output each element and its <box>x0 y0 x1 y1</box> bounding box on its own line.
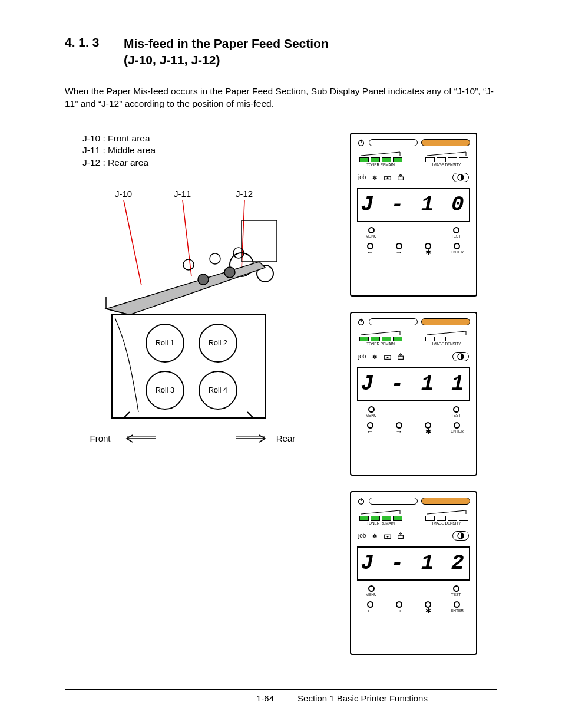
enter-button[interactable]: ENTER <box>447 243 468 255</box>
job-label: job <box>358 532 366 539</box>
contrast-button[interactable] <box>452 173 469 182</box>
intro-paragraph: When the Paper Mis-feed occurs in the Pa… <box>65 85 497 110</box>
svg-text:✽: ✽ <box>372 532 377 539</box>
svg-point-25 <box>387 177 389 179</box>
left-button[interactable]: ← <box>359 243 381 255</box>
roll-4: Roll 4 <box>199 371 237 409</box>
rear-label: Rear <box>276 433 296 443</box>
svg-rect-0 <box>242 220 277 262</box>
status-pill-on <box>421 318 470 325</box>
svg-rect-42 <box>398 535 404 538</box>
menu-button[interactable]: MENU <box>361 585 382 597</box>
svg-text:Roll 3: Roll 3 <box>156 386 174 394</box>
legend: J-10 : Front area J-11 : Middle area J-1… <box>82 133 312 169</box>
contrast-button[interactable] <box>452 352 469 361</box>
power-icon <box>357 139 365 147</box>
arrow-left-icon <box>127 435 156 442</box>
enter-button[interactable]: ENTER <box>447 422 468 434</box>
legend-j11: J-11 : Middle area <box>82 144 312 157</box>
status-pill-off <box>369 498 418 505</box>
toner-remain-indicator: TONER REMAIN <box>357 510 404 525</box>
legend-j10: J-10 : Front area <box>82 133 312 145</box>
star-button[interactable]: ✱ <box>418 601 439 613</box>
cassette-icon <box>384 173 392 182</box>
label-j11: J-11 <box>174 189 191 199</box>
svg-point-41 <box>387 536 389 538</box>
svg-rect-34 <box>398 356 404 359</box>
output-icon <box>396 532 405 540</box>
svg-rect-8 <box>112 315 265 418</box>
power-icon <box>357 318 365 326</box>
pointer-j11 <box>183 200 191 276</box>
jam-icon: ✽ <box>371 173 379 182</box>
right-button[interactable]: → <box>388 601 409 613</box>
contrast-button[interactable] <box>452 531 469 541</box>
status-pill-off <box>369 139 418 146</box>
jam-icon: ✽ <box>371 353 379 361</box>
svg-text:Roll 1: Roll 1 <box>156 339 174 347</box>
section-title: Mis-feed in the Paper Feed Section (J-10… <box>124 35 329 69</box>
section-number: 4. 1. 3 <box>65 35 124 69</box>
left-button[interactable]: ← <box>359 601 381 613</box>
job-label: job <box>358 174 366 180</box>
right-button[interactable]: → <box>388 422 409 434</box>
toner-remain-indicator: TONER REMAIN <box>357 151 404 167</box>
display-panel-j11: TONER REMAIN IMAGE DENSITY job ✽ J - 1 1 <box>350 312 477 476</box>
roll-1: Roll 1 <box>146 324 184 362</box>
test-button[interactable]: TEST <box>445 227 467 238</box>
lcd-display: J - 1 1 <box>357 367 470 401</box>
image-density-indicator: IMAGE DENSITY <box>423 151 470 167</box>
menu-button[interactable]: MENU <box>361 406 382 417</box>
page-number: 1-64 <box>256 693 274 703</box>
right-column: TONER REMAIN IMAGE DENSITY job ✽ J - 1 0 <box>330 133 497 655</box>
svg-point-3 <box>183 259 194 270</box>
svg-point-6 <box>198 274 209 285</box>
power-icon <box>357 497 365 505</box>
printer-diagram: J-10 J-11 J-12 <box>65 179 312 453</box>
image-density-indicator: IMAGE DENSITY <box>423 510 470 525</box>
svg-text:Roll 2: Roll 2 <box>209 339 227 347</box>
image-density-indicator: IMAGE DENSITY <box>423 331 470 346</box>
footer-section: Section 1 Basic Printer Functions <box>297 693 428 703</box>
section-heading: 4. 1. 3 Mis-feed in the Paper Feed Secti… <box>65 35 497 69</box>
svg-text:✽: ✽ <box>372 174 377 180</box>
pointer-j10 <box>124 200 141 285</box>
output-icon <box>396 173 405 182</box>
test-button[interactable]: TEST <box>445 406 467 417</box>
title-line-2: (J-10, J-11, J-12) <box>124 53 220 67</box>
svg-rect-26 <box>398 177 404 180</box>
job-label: job <box>358 353 366 360</box>
star-button[interactable]: ✱ <box>418 243 439 255</box>
enter-button[interactable]: ENTER <box>447 601 468 613</box>
svg-point-4 <box>210 253 220 264</box>
page-footer: 1-64 Section 1 Basic Printer Functions <box>65 689 497 703</box>
cassette-icon <box>384 532 392 540</box>
right-button[interactable]: → <box>388 243 409 255</box>
display-panel-j10: TONER REMAIN IMAGE DENSITY job ✽ J - 1 0 <box>350 133 477 297</box>
test-button[interactable]: TEST <box>445 585 467 597</box>
output-icon <box>396 353 405 361</box>
svg-text:✽: ✽ <box>372 353 377 360</box>
status-pill-on <box>421 139 470 146</box>
legend-j12: J-12 : Rear area <box>82 157 312 169</box>
cassette-icon <box>384 353 392 361</box>
lcd-display: J - 1 0 <box>357 188 470 222</box>
star-button[interactable]: ✱ <box>418 422 439 434</box>
roll-3: Roll 3 <box>146 371 184 409</box>
svg-text:Roll 4: Roll 4 <box>209 386 227 394</box>
label-j12: J-12 <box>236 189 253 199</box>
display-panel-j12: TONER REMAIN IMAGE DENSITY job ✽ J - 1 2 <box>350 491 477 655</box>
left-column: J-10 : Front area J-11 : Middle area J-1… <box>65 133 312 655</box>
toner-remain-indicator: TONER REMAIN <box>357 331 404 346</box>
status-pill-off <box>369 318 418 325</box>
menu-button[interactable]: MENU <box>361 227 382 238</box>
jam-icon: ✽ <box>371 532 379 540</box>
label-j10: J-10 <box>115 189 132 199</box>
front-label: Front <box>90 433 111 443</box>
arrow-right-icon <box>236 435 265 442</box>
roll-2: Roll 2 <box>199 324 237 362</box>
svg-point-33 <box>387 357 389 358</box>
title-line-1: Mis-feed in the Paper Feed Section <box>124 37 329 50</box>
left-button[interactable]: ← <box>359 422 381 434</box>
content-row: J-10 : Front area J-11 : Middle area J-1… <box>65 133 497 655</box>
